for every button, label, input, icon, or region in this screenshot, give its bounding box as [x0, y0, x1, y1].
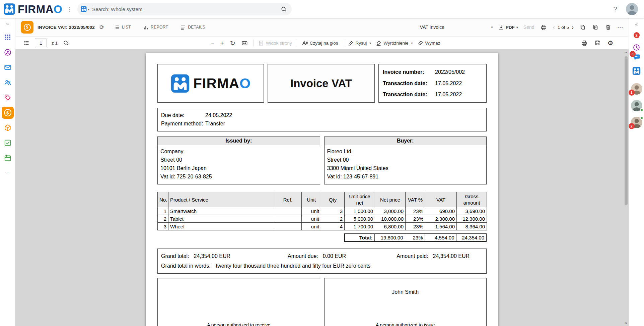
sidebar-more-icon[interactable]: …	[5, 168, 11, 174]
zoom-in-button[interactable]: +	[220, 39, 225, 47]
sidebar-item-offers[interactable]	[2, 92, 14, 104]
coworker-avatar-2[interactable]	[631, 100, 642, 111]
tab-details-label: DETAILS	[188, 25, 205, 30]
refresh-icon[interactable]: ⟳	[99, 24, 104, 31]
sidebar-expand-icon[interactable]: »	[6, 21, 9, 26]
signature-box-issue: John Smith A person authorized to issue	[324, 278, 487, 326]
table-row: 2Tablet unit 25 000.00 10,000.0023% 2,30…	[158, 215, 487, 223]
highlight-button[interactable]: Wyróżnienie ▾	[376, 40, 413, 46]
coworker-avatar-1[interactable]: 1	[631, 83, 642, 95]
find-in-document-button[interactable]	[62, 39, 70, 47]
report-chart-icon	[143, 24, 149, 30]
read-aloud-icon	[302, 40, 308, 46]
chevron-down-icon: ▾	[411, 41, 413, 45]
fit-width-button[interactable]	[241, 39, 248, 47]
tab-details[interactable]: DETAILS	[180, 24, 205, 30]
rotate-button[interactable]: ↻	[229, 39, 236, 47]
dollar-icon: $	[4, 109, 11, 116]
page-count-label: z 1	[52, 41, 58, 46]
invoice-number-value: 2022/05/002	[435, 68, 465, 76]
help-icon[interactable]: ?	[613, 5, 617, 13]
tab-list[interactable]: LIST	[114, 24, 131, 30]
more-actions-icon[interactable]: ⋯	[617, 24, 623, 31]
pdf-save-button[interactable]	[594, 39, 601, 47]
firmao-logo[interactable]: FIRMAO	[3, 3, 62, 15]
firmao-panel-button[interactable]	[632, 67, 641, 75]
sidebar-collapse-icon[interactable]: «	[635, 21, 638, 27]
due-date-box: Due date:24.05.2022 Payment method:Trans…	[157, 108, 487, 131]
online-status-dot	[640, 116, 643, 120]
draw-button[interactable]: Rysuj ▾	[348, 40, 371, 46]
topbar-menu-dots-icon[interactable]: ⋮	[66, 6, 72, 12]
scroll-up-icon[interactable]: ▲	[625, 50, 628, 55]
copy-button[interactable]	[592, 23, 599, 31]
chevron-down-icon: ▾	[88, 7, 89, 11]
invoice-page: FIRMAO Invoice VAT Invoice number:2022/0…	[146, 53, 498, 326]
erase-button[interactable]: Wymaż	[418, 40, 440, 46]
invoice-logo-wordmark: FIRMAO	[193, 75, 251, 92]
fit-width-icon	[241, 40, 248, 46]
due-date-label: Due date:	[161, 111, 205, 119]
chat-button[interactable]: 3	[633, 53, 641, 61]
sidebar-item-invoices[interactable]: $	[2, 107, 14, 119]
issued-by-title: Issued by:	[158, 137, 320, 145]
send-button: Send	[523, 24, 534, 30]
issuer-vat-id: Vat id: 725-20-63-825	[160, 172, 317, 181]
pdf-print-button[interactable]	[580, 39, 588, 47]
invoice-summary-box: Grand total:24,354.00 EUR Amount due:0.0…	[157, 249, 487, 274]
tab-report-label: REPORT	[151, 25, 168, 30]
divider	[343, 40, 343, 46]
grand-total-label: Grand total:	[161, 252, 189, 261]
total-gross: 24,354.00	[456, 234, 486, 241]
sidebar-item-tasks[interactable]	[2, 137, 14, 149]
page-scrollbar[interactable]: ▲ ▼	[624, 50, 629, 326]
amount-due-label: Amount due:	[288, 252, 318, 261]
pdf-download-button[interactable]: PDF ▾	[498, 24, 518, 30]
doc-type-value: VAT Invoice	[420, 24, 444, 30]
zoom-out-button[interactable]: −	[210, 39, 215, 47]
global-search[interactable]: ▾	[77, 3, 292, 15]
search-input[interactable]	[92, 6, 278, 12]
delete-button[interactable]	[604, 23, 612, 31]
recent-history-button[interactable]	[633, 44, 640, 51]
settings-gear-icon[interactable]: ⚙	[607, 39, 613, 47]
pen-icon	[348, 40, 354, 46]
sidebar-item-warehouse[interactable]	[2, 122, 14, 134]
table-row: 3Wheel unit 41 700.00 6,800.0023% 1,564.…	[158, 223, 487, 230]
total-vat: 4,554.00	[425, 234, 456, 241]
page-number-input[interactable]	[35, 39, 47, 47]
search-icon	[63, 40, 69, 46]
doc-type-select[interactable]: VAT Invoice ▾	[420, 24, 493, 30]
page-view-icon	[258, 40, 264, 46]
total-net: 19,800.00	[374, 234, 405, 241]
sidebar-item-customers[interactable]	[2, 76, 14, 89]
search-icon[interactable]	[281, 6, 287, 12]
sidebar-item-calendar[interactable]	[2, 152, 14, 164]
document-viewer: FIRMAO Invoice VAT Invoice number:2022/0…	[15, 50, 629, 326]
sidebar-item-contacts[interactable]	[2, 46, 14, 58]
sidebar-item-mail[interactable]	[2, 61, 14, 73]
scrollbar-thumb[interactable]	[625, 56, 628, 205]
grand-total-words-label: Grand total in words:	[161, 262, 211, 270]
print-button[interactable]	[540, 23, 548, 31]
invoice-meta-box: Invoice number:2022/05/002 Transaction d…	[378, 64, 487, 103]
search-scope-selector[interactable]: ▾	[81, 6, 89, 12]
draw-label: Rysuj	[356, 41, 367, 46]
buyer-name: Floreo Ltd.	[327, 147, 484, 156]
duplicate-button[interactable]	[579, 23, 586, 31]
prev-record-icon: ‹	[553, 23, 555, 31]
scroll-down-icon[interactable]: ▼	[625, 321, 628, 326]
chat-unread-count: 3	[630, 51, 636, 57]
tab-report[interactable]: REPORT	[143, 24, 168, 30]
user-avatar[interactable]	[626, 3, 638, 15]
next-record-icon[interactable]: ›	[572, 23, 574, 31]
scrollbar-track[interactable]	[624, 55, 629, 321]
copy-icon	[592, 24, 598, 30]
sidebar-item-apps[interactable]	[2, 31, 14, 43]
notification-count: 2	[634, 32, 640, 38]
notifications-badge[interactable]: 2	[634, 32, 640, 38]
read-aloud-button[interactable]: Czytaj na głos	[302, 40, 338, 46]
coworker-avatar-3[interactable]: 2	[631, 117, 642, 128]
page-view-button: Widok strony	[258, 40, 292, 46]
thumbnails-button[interactable]	[23, 39, 30, 47]
